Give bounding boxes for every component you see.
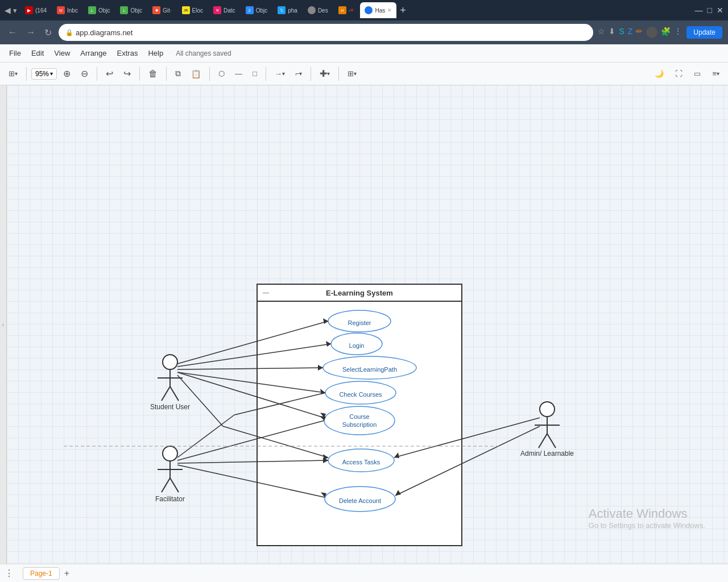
uc-accesstasks-label: Access Tasks [342, 459, 380, 465]
menu-item-extras[interactable]: Extras [113, 47, 143, 60]
insert-icon: ✚ [320, 68, 327, 79]
tab-zoom[interactable]: Z Objc [241, 2, 272, 18]
tab-bar: ◀ ▾ ▶ (164 M Inbc L Objc L Objc ◆ Git· J… [0, 0, 728, 20]
uc-coursesub-label1: Course [349, 413, 369, 420]
profile-icon[interactable] [646, 27, 657, 38]
reload-button[interactable]: ↻ [42, 26, 54, 39]
undo-icon: ↩ [106, 68, 113, 79]
waypoint-icon: ⌐ [295, 69, 300, 78]
panel-toggle-btn[interactable]: ⊞ ▾ [5, 66, 22, 81]
menu-item-arrange[interactable]: Arrange [76, 47, 111, 60]
tab-youtube[interactable]: ▶ (164 [20, 2, 51, 18]
moon-icon: 🌙 [655, 69, 664, 78]
expand-icon: ⛶ [675, 69, 682, 78]
page-bar: ⋮ Page-1 + [0, 564, 728, 582]
zoom-value: 95% [35, 70, 49, 78]
menu-bar: File Edit View Arrange Extras Help All c… [0, 44, 728, 63]
window-maximize[interactable]: □ [708, 6, 712, 15]
browser-menu-icon[interactable]: ⋮ [674, 27, 682, 38]
tab-des[interactable]: Des [303, 2, 333, 18]
redo-btn[interactable]: ↪ [119, 65, 135, 82]
shazam-icon[interactable]: S [619, 27, 624, 38]
sidebar-toggle-icon: ‹ [2, 322, 4, 328]
menu-item-help[interactable]: Help [143, 47, 168, 60]
panel-icon: ⊞ [9, 69, 15, 78]
waypoint-btn[interactable]: ⌐ ▾ [291, 66, 307, 81]
way-dropdown: ▾ [299, 70, 302, 77]
collapse-btn[interactable]: — [263, 289, 269, 296]
tab-gmail[interactable]: M Inbc [52, 2, 82, 18]
insert-btn[interactable]: ✚ ▾ [316, 65, 334, 82]
main-area: ‹ E-Learning System — Student User [0, 85, 728, 564]
connection-btn[interactable]: → ▾ [271, 66, 289, 81]
page-tab-1[interactable]: Page-1 [23, 567, 60, 580]
undo-btn[interactable]: ↩ [102, 65, 117, 82]
pen-icon[interactable]: ✏ [636, 27, 643, 38]
bookmark-icon[interactable]: ☆ [598, 27, 605, 38]
border-btn[interactable]: □ [249, 66, 261, 81]
new-tab-button[interactable]: + [400, 5, 406, 16]
tab-elo[interactable]: JS Eloc [177, 2, 208, 18]
more-icon: ≡ [712, 69, 717, 78]
canvas[interactable]: E-Learning System — Student User Facilit… [7, 85, 728, 564]
download-icon[interactable]: ⬇ [609, 27, 615, 38]
tab-twitter[interactable]: 𝕏 pha [273, 2, 302, 18]
uc-login-label: Login [349, 342, 365, 349]
browser-chrome: ◀ ▾ ▶ (164 M Inbc L Objc L Objc ◆ Git· J… [0, 0, 728, 44]
table-btn[interactable]: ⊞ ▾ [344, 66, 361, 81]
update-button[interactable]: Update [686, 26, 722, 39]
tab-learn1[interactable]: L Objc [84, 2, 115, 18]
paste-icon: 📋 [191, 69, 201, 78]
zoom-control[interactable]: 95% ▾ [31, 68, 57, 80]
window-close[interactable]: ✕ [717, 6, 723, 15]
sidebar-toggle[interactable]: ‹ [0, 85, 7, 564]
border-icon: □ [253, 69, 257, 78]
diagram-svg: E-Learning System — Student User Facilit… [7, 85, 712, 551]
tab-dat[interactable]: ✕ Datc [209, 2, 240, 18]
ins-dropdown: ▾ [327, 70, 330, 77]
toolbar-separator-2 [97, 67, 97, 81]
zoom-in-btn[interactable]: ⊕ [59, 65, 75, 82]
fill-color-btn[interactable]: ⬡ [214, 66, 229, 81]
conn-cross2a [177, 415, 234, 458]
line-color-btn[interactable]: — [231, 66, 246, 81]
menu-item-view[interactable]: View [49, 47, 75, 60]
address-bar: ← → ↻ 🔒 app.diagrams.net ☆ ⬇ S Z ✏ 🧩 ⋮ U… [0, 20, 728, 44]
paste-btn[interactable]: 📋 [187, 66, 205, 81]
copy-btn[interactable]: ⧉ [171, 66, 185, 81]
menu-item-file[interactable]: File [5, 47, 26, 60]
window-minimize[interactable]: — [695, 6, 703, 15]
delete-btn[interactable]: 🗑 [144, 66, 162, 82]
tab-nav-more[interactable]: ▾ [13, 6, 17, 15]
save-status: All changes saved [176, 49, 231, 57]
darkmode-btn[interactable]: 🌙 [651, 66, 668, 81]
uc-deleteaccount-label: Delete Account [339, 497, 381, 504]
connection-icon: → [275, 69, 282, 78]
format-panel-btn[interactable]: ▭ [690, 66, 705, 81]
system-title-text: E-Learning System [326, 289, 393, 297]
tab-has-notif[interactable]: H · ✕ [334, 2, 359, 18]
page-add-button[interactable]: + [64, 568, 69, 579]
tab-git[interactable]: ◆ Git· [148, 2, 176, 18]
fill-icon: ⬡ [218, 69, 225, 78]
menu-item-edit[interactable]: Edit [27, 47, 48, 60]
toolbar-separator-4 [166, 67, 167, 81]
zoom-out-icon: ⊖ [81, 68, 88, 79]
fullscreen-btn[interactable]: ⛶ [671, 66, 686, 81]
browser-toolbar-icons: ☆ ⬇ S Z ✏ 🧩 ⋮ [598, 27, 682, 38]
zoom-out-btn[interactable]: ⊖ [77, 65, 92, 82]
extensions-icon[interactable]: 🧩 [661, 27, 671, 38]
back-button[interactable]: ← [6, 26, 19, 39]
address-input[interactable]: 🔒 app.diagrams.net [59, 24, 593, 41]
page-menu-icon[interactable]: ⋮ [5, 568, 14, 579]
uc-register-label: Register [348, 319, 371, 326]
facilitator-leg-right [170, 478, 179, 492]
format-icon: ▭ [694, 69, 701, 78]
tab-learn2[interactable]: L Objc [115, 2, 147, 18]
conn-dropdown: ▾ [282, 70, 285, 77]
forward-button[interactable]: → [24, 26, 38, 39]
tab-diagrams-active[interactable]: Has ✕ [360, 2, 396, 18]
zoom-icon[interactable]: Z [628, 27, 633, 38]
more-btn[interactable]: ≡ ▾ [708, 66, 723, 81]
admin-head [540, 402, 555, 417]
